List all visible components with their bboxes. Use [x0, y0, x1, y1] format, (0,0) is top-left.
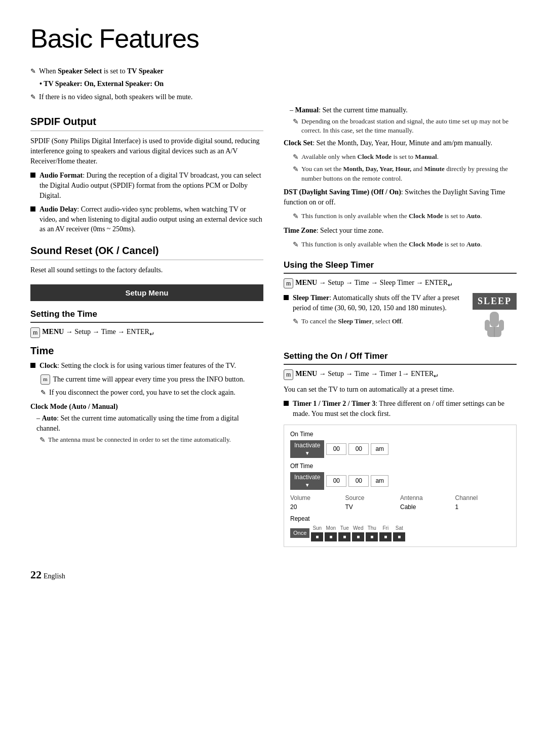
- on-min[interactable]: 00: [348, 443, 369, 455]
- timer-meta-row: Volume 20 Source TV Antenna Cable Channe…: [290, 494, 510, 512]
- on-off-timer-nav: m MENU → Setup → Time → Timer 1→ ENTER↵: [284, 369, 517, 381]
- bullet-icon-sleep: [284, 295, 289, 300]
- sleep-timer-nav: m MENU → Setup → Time → Sleep Timer → EN…: [284, 278, 517, 289]
- repeat-days: Sun ■ Mon ■ Tue ■ Wed ■: [311, 525, 405, 541]
- bullet-icon-timer: [284, 401, 289, 406]
- on-time-label: On Time: [290, 430, 510, 439]
- right-column: Manual: Set the current time manually. D…: [284, 105, 517, 547]
- channel-label: Channel: [455, 494, 511, 502]
- off-min[interactable]: 00: [348, 475, 369, 487]
- note-icon-1: ✎: [30, 67, 36, 76]
- timer-table: On Time Inactivate ▼ 00 00 am Off Time I…: [284, 425, 517, 547]
- month-note: You can set the Month, Day, Year, Hour, …: [293, 164, 517, 183]
- spdif-item-1: Audio Format: During the reception of a …: [30, 171, 263, 200]
- clock-item: Clock: Setting the clock is for using va…: [30, 361, 263, 371]
- clock-mode-header: Clock Mode (Auto / Manual): [30, 402, 263, 412]
- setting-time-title: Setting the Time: [30, 308, 263, 323]
- source-val: TV: [345, 503, 401, 512]
- off-time-label: Off Time: [290, 462, 510, 471]
- on-off-timer-title: Setting the On / Off Timer: [284, 350, 517, 365]
- repeat-once-btn[interactable]: Once: [290, 528, 309, 538]
- timer-item: Timer 1 / Timer 2 / Timer 3: Three diffe…: [284, 399, 517, 418]
- volume-label: Volume: [290, 494, 345, 502]
- top-note-1: ✎ When Speaker Select is set to TV Speak…: [30, 66, 517, 76]
- menu-icon-info: m: [41, 374, 50, 384]
- language-label: English: [44, 572, 65, 580]
- spdif-item-2: Audio Delay: Correct audio-video sync pr…: [30, 204, 263, 234]
- on-off-timer-body: You can set the TV to turn on automatica…: [284, 385, 517, 395]
- cancel-sleep-note: To cancel the Sleep Timer, select Off.: [293, 317, 467, 327]
- page-title: Basic Features: [30, 20, 517, 57]
- hand-icon: [481, 312, 509, 342]
- antenna-val: Cable: [400, 503, 455, 512]
- left-column: SPDIF Output SPDIF (Sony Philips Digital…: [30, 105, 263, 547]
- auto-item: Auto: Set the current time automatically…: [30, 413, 263, 433]
- on-inactivate-btn[interactable]: Inactivate ▼: [290, 440, 324, 458]
- broadcast-note: Depending on the broadcast station and s…: [293, 117, 517, 135]
- source-label: Source: [345, 494, 401, 502]
- top-note-2: ✎ If there is no video signal, both spea…: [30, 92, 517, 102]
- menu-icon-timer: m: [284, 369, 293, 380]
- spdif-body: SPDIF (Sony Philips Digital Interface) i…: [30, 136, 263, 167]
- antenna-note: The antenna must be connected in order t…: [40, 435, 263, 445]
- off-time-row: Off Time Inactivate ▼ 00 00 am: [290, 462, 510, 490]
- dst-text: DST (Daylight Saving Time) (Off / On): S…: [284, 187, 517, 208]
- sleep-badge: SLEEP: [473, 293, 517, 310]
- repeat-row: Repeat Once Sun ■ Mon ■: [290, 515, 510, 541]
- svg-rect-0: [490, 312, 499, 327]
- bullet-icon-2: [30, 206, 35, 212]
- setup-menu-box: Setup Menu: [30, 284, 263, 301]
- on-ampm[interactable]: am: [371, 443, 388, 455]
- dst-note: This function is only available when the…: [293, 212, 517, 222]
- note-icon-disconnect: ✎: [41, 388, 46, 397]
- time-title: Time: [30, 344, 263, 358]
- channel-val: 1: [455, 503, 511, 512]
- sleep-timer-title: Using the Sleep Timer: [284, 259, 517, 274]
- sound-reset-body: Reset all sound settings to the factory …: [30, 265, 263, 275]
- sound-reset-title: Sound Reset (OK / Cancel): [30, 243, 263, 260]
- on-hour[interactable]: 00: [326, 443, 346, 455]
- off-ampm[interactable]: am: [371, 475, 388, 487]
- clock-set-text: Clock Set: Set the Month, Day, Year, Hou…: [284, 138, 517, 148]
- menu-icon-sleep: m: [284, 278, 293, 289]
- spdif-section-title: SPDIF Output: [30, 114, 263, 131]
- time-section: Time Clock: Setting the clock is for usi…: [30, 344, 263, 445]
- menu-icon-1: m: [30, 327, 40, 338]
- manual-item: Manual: Set the current time manually.: [284, 105, 517, 115]
- sleep-badge-area: SLEEP: [473, 293, 517, 342]
- setting-time-nav: m MENU → Setup → Time → ENTER↵: [30, 327, 263, 339]
- note-icon-2: ✎: [30, 93, 36, 102]
- bullet-icon-1: [30, 173, 35, 178]
- repeat-label: Repeat: [290, 515, 510, 523]
- bullet-icon-clock: [30, 363, 35, 368]
- on-time-row: On Time Inactivate ▼ 00 00 am: [290, 430, 510, 458]
- tz-note: This function is only available when the…: [293, 240, 517, 250]
- sleep-timer-item: Sleep Timer: Automatically shuts off the…: [284, 293, 467, 313]
- info-note: m The current time will appear every tim…: [41, 374, 263, 385]
- disconnect-note: ✎ If you disconnect the power cord, you …: [41, 388, 263, 398]
- tv-speaker-sub: • TV Speaker: On, External Speaker: On: [40, 79, 517, 89]
- antenna-label: Antenna: [400, 494, 455, 502]
- available-note: Available only when Clock Mode is set to…: [293, 152, 517, 162]
- page-number: 22: [30, 568, 42, 581]
- volume-val: 20: [290, 503, 345, 512]
- off-hour[interactable]: 00: [326, 475, 346, 487]
- tz-text: Time Zone: Select your time zone.: [284, 226, 517, 236]
- off-inactivate-btn[interactable]: Inactivate ▼: [290, 472, 324, 490]
